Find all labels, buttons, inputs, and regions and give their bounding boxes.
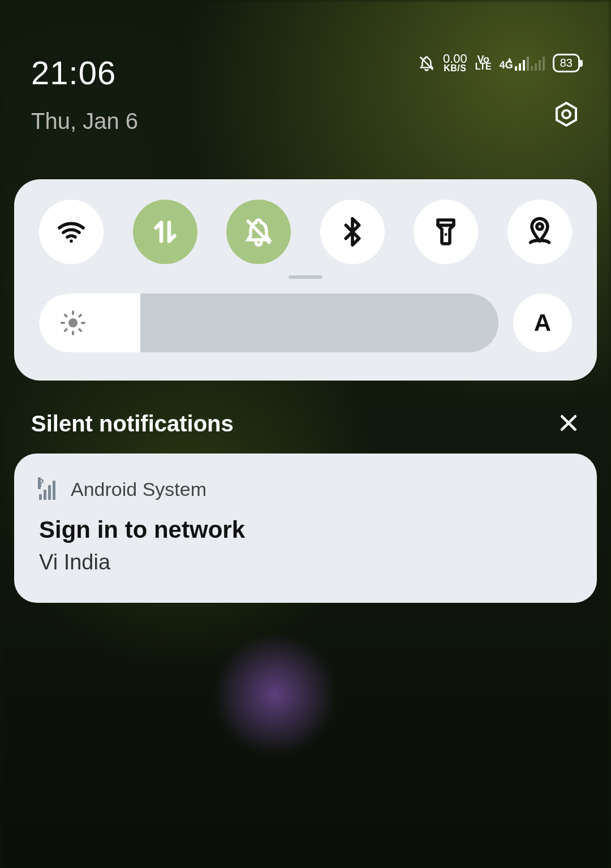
svg-marker-1 (557, 103, 576, 126)
wifi-toggle[interactable] (39, 200, 104, 264)
brightness-slider[interactable] (39, 293, 498, 352)
svg-point-2 (562, 110, 570, 118)
mobile-data-toggle[interactable] (133, 200, 197, 264)
dnd-icon (418, 55, 435, 72)
bell-off-icon (243, 216, 274, 248)
location-toggle[interactable] (507, 200, 572, 264)
svg-line-12 (79, 329, 81, 331)
bluetooth-toggle[interactable] (320, 200, 385, 264)
close-icon (557, 412, 580, 434)
volte-indicator: Vo LTE (475, 55, 492, 71)
svg-point-6 (445, 233, 448, 236)
dnd-toggle[interactable] (226, 200, 291, 264)
svg-point-8 (68, 318, 78, 327)
net-speed-indicator: 0.00 KB/S (443, 54, 467, 72)
status-bar: 21:06 Thu, Jan 6 0.00 KB/S Vo LTE ▲4G (0, 0, 611, 134)
svg-point-3 (70, 240, 73, 243)
clock-date: Thu, Jan 6 (31, 109, 138, 134)
sun-icon (59, 309, 87, 336)
notification-card[interactable]: ? Android System Sign in to network Vi I… (14, 454, 597, 603)
battery-indicator: 83 (553, 54, 580, 72)
notification-app-name: Android System (71, 478, 206, 500)
flashlight-toggle[interactable] (414, 200, 478, 264)
svg-point-7 (537, 224, 543, 230)
notification-title: Sign in to network (39, 516, 572, 543)
silent-notifications-label: Silent notifications (31, 411, 234, 437)
quick-settings-panel: A (14, 179, 597, 381)
signal-question-icon: ? (39, 480, 59, 500)
mobile-data-icon (149, 216, 181, 248)
bluetooth-icon (337, 216, 368, 248)
auto-brightness-toggle[interactable]: A (513, 293, 572, 352)
brightness-fill (39, 293, 140, 352)
status-indicators: 0.00 KB/S Vo LTE ▲4G 83 (418, 54, 580, 72)
clear-silent-button[interactable] (557, 412, 580, 437)
wifi-icon (55, 216, 87, 248)
svg-line-11 (65, 315, 67, 317)
flashlight-icon (430, 216, 462, 248)
qs-expand-handle[interactable] (39, 275, 572, 279)
svg-line-15 (65, 329, 67, 331)
notification-body: Vi India (39, 550, 572, 575)
location-icon (524, 216, 556, 248)
signal-indicator: ▲4G (500, 56, 545, 71)
clock-time: 21:06 (31, 54, 138, 92)
svg-line-16 (79, 315, 81, 317)
settings-button[interactable] (553, 101, 580, 130)
